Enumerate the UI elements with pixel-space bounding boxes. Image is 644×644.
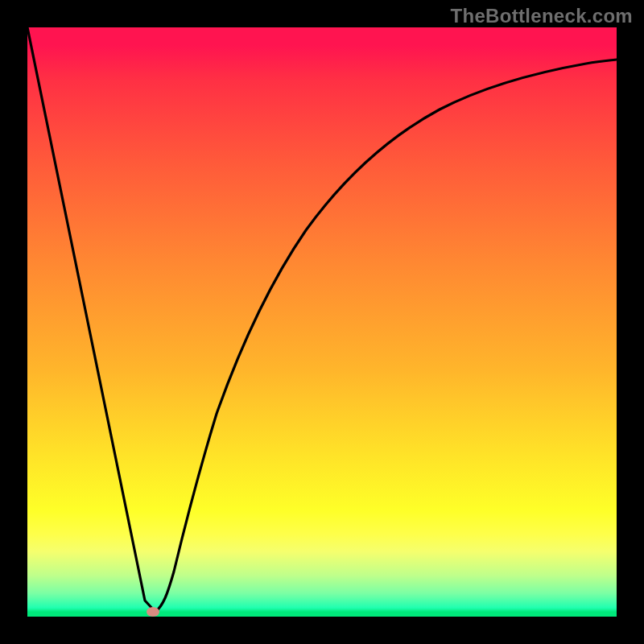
attribution-text: TheBottleneck.com — [451, 5, 633, 27]
plot-area — [27, 27, 617, 617]
bottleneck-curve — [27, 27, 617, 612]
marker-dot — [147, 607, 159, 617]
curve-svg — [27, 27, 617, 617]
